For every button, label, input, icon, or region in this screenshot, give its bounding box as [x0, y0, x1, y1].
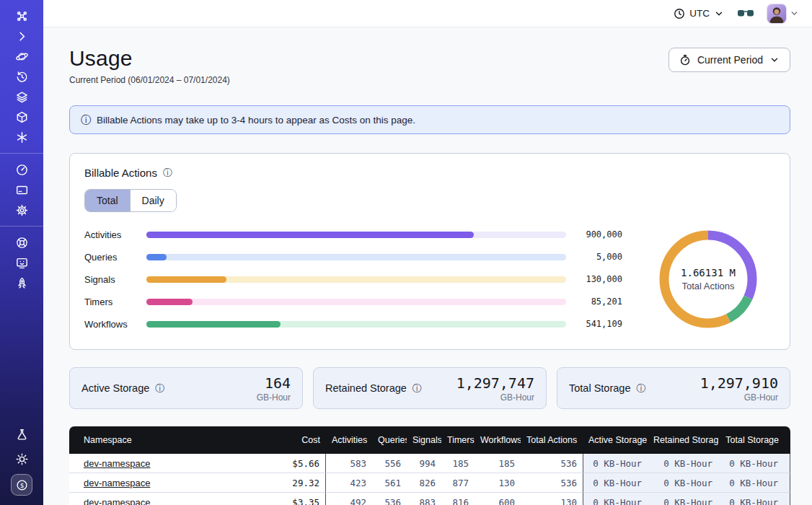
gauge-icon[interactable]: [11, 160, 32, 179]
value-cell: 29.32: [260, 473, 326, 493]
column-header-signals: Signals: [407, 426, 441, 454]
info-icon[interactable]: ⓘ: [412, 384, 422, 393]
value-cell: 536: [521, 473, 583, 493]
layers-icon[interactable]: [11, 87, 32, 106]
value-cell: 877: [441, 473, 475, 493]
bar-chart: Activities900,000Queries5,000Signals130,…: [84, 229, 622, 330]
tab-total[interactable]: Total: [85, 190, 130, 211]
info-icon[interactable]: ⓘ: [155, 384, 164, 393]
value-cell: 0 KB-Hour: [583, 454, 648, 473]
namespace-cell: dev-namespace: [69, 473, 260, 493]
topbar: UTC: [43, 0, 812, 27]
namespace-link[interactable]: dev-namespace: [84, 478, 151, 488]
namespace-link[interactable]: dev-namespace: [84, 458, 151, 469]
value-cell: 0 KB-Hour: [718, 473, 790, 493]
column-header-activities: Activities: [326, 426, 372, 454]
sidebar: [0, 0, 43, 505]
storage-unit: GB-Hour: [456, 392, 534, 403]
storage-value: 164: [257, 374, 291, 392]
bar-fill: [146, 254, 167, 260]
namespace-usage-table: NamespaceCostActivitiesQueriesSignalsTim…: [69, 426, 790, 505]
page-subtitle: Current Period (06/01/2024 – 07/01/2024): [69, 75, 230, 85]
monitor-face-icon[interactable]: [11, 253, 32, 272]
chevron-down-icon: [714, 9, 724, 19]
column-header-timers: Timers: [441, 426, 475, 454]
feedback-glasses-button[interactable]: [737, 8, 754, 19]
tab-daily[interactable]: Daily: [130, 190, 176, 211]
credit-card-icon[interactable]: [11, 180, 32, 199]
storage-summary-row: Active Storage ⓘ164GB-HourRetained Stora…: [69, 367, 790, 409]
info-icon: ⓘ: [81, 115, 91, 125]
asterisk-icon[interactable]: [11, 128, 32, 146]
column-header-total-actions: Total Actions: [521, 426, 583, 454]
page-title: Usage: [69, 46, 230, 71]
user-menu[interactable]: [767, 4, 799, 23]
bar-label: Signals: [84, 274, 136, 285]
value-cell: 185: [475, 454, 521, 473]
value-cell: $5.66: [260, 454, 326, 473]
table-row: dev-namespace29.324235618268771305360 KB…: [69, 473, 790, 493]
value-cell: 994: [407, 454, 441, 473]
chevron-right-icon[interactable]: [11, 27, 32, 45]
flask-icon[interactable]: [11, 425, 32, 444]
namespace-cell: dev-namespace: [69, 493, 260, 505]
active-storage-card: Active Storage ⓘ164GB-Hour: [69, 367, 303, 409]
donut-total-label: Total Actions: [682, 281, 735, 291]
bar-value: 900,000: [576, 229, 622, 240]
bar-track: [146, 276, 566, 283]
info-banner: ⓘ Billable Actions may take up to 3-4 ho…: [69, 105, 790, 134]
value-cell: 536: [521, 454, 583, 473]
bar-fill: [146, 299, 193, 305]
bar-row: Activities900,000: [84, 229, 622, 240]
retained-storage-card: Retained Storage ⓘ1,297,747GB-Hour: [313, 367, 547, 409]
value-cell: 826: [407, 473, 441, 493]
orbit-icon[interactable]: [11, 47, 32, 66]
chevron-down-icon: [790, 9, 799, 18]
column-header-retained-storage: Retained Storage: [648, 426, 718, 454]
banner-text: Billable Actions may take up to 3-4 hour…: [97, 115, 415, 126]
bar-fill: [146, 276, 226, 283]
value-cell: 492: [326, 493, 372, 505]
cube-icon[interactable]: [11, 107, 32, 126]
value-cell: $3.35: [260, 493, 326, 505]
timezone-selector[interactable]: UTC: [674, 8, 724, 19]
bar-fill: [146, 321, 281, 328]
value-cell: 0 KB-Hour: [583, 473, 648, 493]
info-icon[interactable]: ⓘ: [636, 384, 645, 393]
bar-row: Timers85,201: [84, 297, 622, 307]
storage-label: Active Storage ⓘ: [81, 382, 164, 394]
bar-label: Workflows: [84, 319, 136, 330]
bar-track: [146, 321, 566, 328]
bar-value: 5,000: [576, 252, 622, 262]
value-cell: 423: [326, 473, 372, 493]
storage-value: 1,297,747: [456, 374, 534, 392]
table-row: dev-namespace$3.354925368838166001300 KB…: [69, 493, 790, 505]
namespace-link[interactable]: dev-namespace: [84, 497, 151, 505]
info-icon[interactable]: ⓘ: [163, 168, 172, 177]
history-clock-icon[interactable]: [11, 67, 32, 86]
value-cell: 600: [475, 493, 521, 505]
namespace-cell: dev-namespace: [69, 454, 260, 473]
bar-row: Workflows541,109: [84, 319, 622, 330]
sidebar-nav: [0, 6, 43, 293]
value-cell: 0 KB-Hour: [648, 493, 718, 505]
avatar: [767, 4, 786, 23]
value-cell: 0 KB-Hour: [648, 454, 718, 473]
column-header-queries: Queries: [372, 426, 407, 454]
timezone-label: UTC: [689, 8, 710, 19]
storage-unit: GB-Hour: [700, 392, 778, 403]
lifebuoy-icon[interactable]: [11, 233, 32, 252]
billable-actions-title: Billable Actions: [84, 167, 157, 179]
gear-icon[interactable]: [11, 201, 32, 219]
rocket-icon[interactable]: [11, 273, 32, 292]
bar-track: [146, 232, 566, 238]
billable-actions-chart: Activities900,000Queries5,000Signals130,…: [84, 225, 775, 333]
sun-icon[interactable]: [11, 449, 32, 468]
period-dropdown-button[interactable]: Current Period: [668, 48, 790, 72]
temporal-logo-icon[interactable]: [11, 6, 32, 25]
dollar-coin-icon[interactable]: [11, 474, 32, 496]
value-cell: 185: [441, 454, 475, 473]
bar-label: Queries: [84, 252, 136, 263]
chevron-down-icon: [769, 55, 780, 65]
sidebar-divider: [0, 153, 43, 154]
